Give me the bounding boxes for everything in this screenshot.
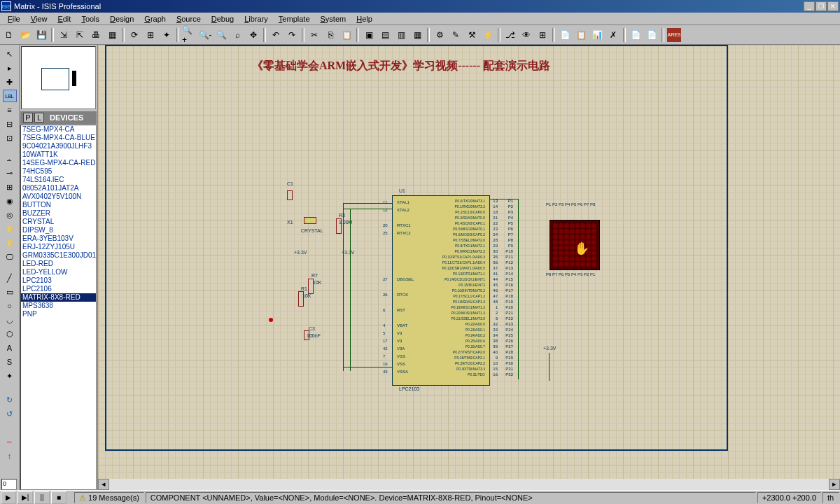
c1[interactable]: [287, 190, 293, 200]
symbol-tool[interactable]: S: [3, 356, 17, 368]
doc-a-button[interactable]: 📄: [628, 27, 643, 43]
probe-v-tool[interactable]: ⚡: [3, 223, 17, 235]
marker-tool[interactable]: ✦: [3, 370, 17, 382]
terminal-tool[interactable]: ⫠: [3, 153, 17, 165]
instrument-tool[interactable]: 🖵: [3, 251, 17, 263]
device-item[interactable]: CRYSTAL: [21, 218, 96, 226]
device-list[interactable]: 7SEG-MPX4-CA7SEG-MPX4-CA-BLUE9C04021A390…: [20, 125, 97, 490]
pause-button[interactable]: ||: [34, 491, 50, 504]
origin-button[interactable]: ✦: [159, 27, 174, 43]
device-item[interactable]: 08052A101JAT2A: [21, 184, 96, 192]
close-button[interactable]: ✕: [827, 1, 839, 11]
doc-b-button[interactable]: 📄: [644, 27, 659, 43]
rotate-ccw-tool[interactable]: ↺: [3, 407, 17, 420]
pick-button[interactable]: ⚙: [432, 27, 447, 43]
line-tool[interactable]: ╱: [3, 272, 17, 284]
graph-tool[interactable]: ⊞: [3, 181, 17, 193]
device-item[interactable]: AVX0402Y5V100N: [21, 192, 96, 201]
menu-template[interactable]: Template: [274, 14, 315, 24]
menu-edit[interactable]: Edit: [52, 14, 76, 24]
block-copy-button[interactable]: ▣: [361, 27, 377, 43]
print-button[interactable]: 🖶: [88, 27, 104, 43]
new-button[interactable]: 🗋: [1, 27, 17, 43]
device-item[interactable]: 7SEG-MPX4-CA: [21, 125, 96, 134]
label-tool[interactable]: LBL: [3, 90, 17, 102]
menu-debug[interactable]: Debug: [206, 14, 239, 24]
undo-button[interactable]: ↶: [268, 27, 284, 43]
x1-crystal[interactable]: [304, 217, 316, 224]
arc-tool[interactable]: ◡: [3, 314, 17, 326]
cut-button[interactable]: ✂: [307, 27, 322, 43]
pin-tool[interactable]: ⊸: [3, 167, 17, 179]
import-button[interactable]: ⇲: [56, 27, 71, 43]
device-item[interactable]: 7SEG-MPX4-CA-BLUE: [21, 134, 96, 142]
box-tool[interactable]: ▭: [3, 286, 17, 298]
block-move-button[interactable]: ▤: [377, 27, 393, 43]
open-button[interactable]: 📂: [18, 27, 33, 43]
overview-preview[interactable]: [21, 46, 96, 109]
device-item[interactable]: 74HC595: [21, 167, 96, 176]
erc-button[interactable]: 📄: [557, 27, 573, 43]
pick-l-button[interactable]: L: [34, 113, 44, 122]
r1[interactable]: [298, 291, 304, 307]
circle-tool[interactable]: ○: [3, 300, 17, 312]
play-button[interactable]: ▶: [1, 491, 16, 504]
device-item[interactable]: LPC2103: [21, 276, 96, 285]
tape-tool[interactable]: ◉: [3, 195, 17, 207]
mirror-v-tool[interactable]: ↕: [3, 449, 17, 462]
zoom-out-button[interactable]: 🔍-: [197, 27, 213, 43]
device-item[interactable]: ERJ-12ZYJ105U: [21, 243, 96, 251]
device-item[interactable]: BUZZER: [21, 209, 96, 218]
coord-input[interactable]: 0: [1, 479, 17, 490]
netlist-button[interactable]: 📋: [573, 27, 589, 43]
menu-view[interactable]: View: [26, 14, 52, 24]
rotate-cw-tool[interactable]: ↻: [3, 393, 17, 406]
probe-i-tool[interactable]: ⚡: [3, 237, 17, 249]
text-tool[interactable]: ≡: [3, 104, 17, 116]
device-item[interactable]: MPS3638: [21, 302, 96, 310]
generator-tool[interactable]: ◎: [3, 209, 17, 221]
pan-button[interactable]: ✥: [246, 27, 261, 43]
text2d-tool[interactable]: A: [3, 342, 17, 354]
menu-tools[interactable]: Tools: [76, 14, 104, 24]
grid-button[interactable]: ⊞: [143, 27, 158, 43]
junction-tool[interactable]: ✚: [3, 76, 17, 88]
messages-box[interactable]: ⚠ 19 Message(s): [74, 492, 144, 503]
decompose-button[interactable]: ⚡: [480, 27, 496, 43]
zoom-all-button[interactable]: 🔍: [214, 27, 229, 43]
menu-system[interactable]: System: [316, 14, 351, 24]
selection-tool[interactable]: ↖: [3, 48, 17, 60]
menu-help[interactable]: Help: [351, 14, 377, 24]
step-button[interactable]: ▶|: [18, 491, 33, 504]
save-button[interactable]: 💾: [34, 27, 49, 43]
device-item[interactable]: MATRIX-8X8-RED: [21, 293, 96, 302]
zoom-area-button[interactable]: ⌕: [230, 27, 245, 43]
device-item[interactable]: LPC2106: [21, 285, 96, 293]
horizontal-scrollbar[interactable]: ◂ ▸: [98, 479, 840, 490]
menu-design[interactable]: Design: [105, 14, 139, 24]
menu-graph[interactable]: Graph: [139, 14, 171, 24]
subcircuit-tool[interactable]: ⊡: [3, 132, 17, 144]
pick-p-button[interactable]: P: [23, 113, 33, 122]
block-delete-button[interactable]: ▦: [410, 27, 425, 43]
compile-button[interactable]: ✗: [606, 27, 621, 43]
block-rotate-button[interactable]: ▥: [393, 27, 409, 43]
maximize-button[interactable]: ❐: [816, 1, 827, 11]
device-item[interactable]: PNP: [21, 310, 96, 318]
mirror-h-tool[interactable]: ↔: [3, 435, 17, 448]
device-item[interactable]: 10WATT1K: [21, 150, 96, 159]
copy-button[interactable]: ⎘: [323, 27, 338, 43]
device-item[interactable]: 74LS164.IEC: [21, 176, 96, 184]
component-tool[interactable]: ▸: [3, 62, 17, 74]
make-device-button[interactable]: ✎: [448, 27, 463, 43]
menu-file[interactable]: File: [3, 14, 25, 24]
zoom-in-button[interactable]: 🔍+: [181, 27, 197, 43]
redo-button[interactable]: ↷: [284, 27, 300, 43]
stop-button[interactable]: ■: [51, 491, 66, 504]
r7[interactable]: [308, 279, 314, 294]
export-button[interactable]: ⇱: [72, 27, 88, 43]
property-button[interactable]: ⊞: [535, 27, 550, 43]
area-button[interactable]: ▦: [104, 27, 120, 43]
scroll-right-button[interactable]: ▸: [829, 479, 840, 490]
minimize-button[interactable]: _: [804, 1, 815, 11]
